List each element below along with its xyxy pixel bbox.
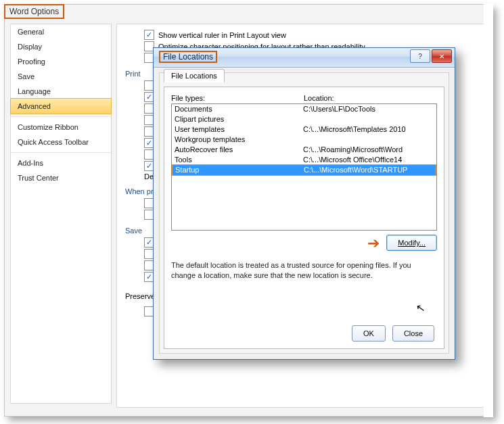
file-locations-list[interactable]: DocumentsC:\Users\LF\DocToolsClipart pic… <box>171 103 437 231</box>
modify-row: ➔ Modify... <box>171 235 437 252</box>
help-button[interactable]: ? <box>410 49 430 63</box>
dialog-titlebar: File Locations ? ✕ <box>154 48 455 68</box>
file-type: Tools <box>175 155 303 165</box>
list-item[interactable]: StartupC:\...\Microsoft\Word\STARTUP <box>172 164 436 176</box>
security-note: The default location is treated as a tru… <box>171 260 437 281</box>
sidebar-item-general[interactable]: General <box>11 24 111 39</box>
file-type: Startup <box>175 165 304 175</box>
file-location <box>303 135 434 145</box>
file-type: AutoRecover files <box>175 145 303 155</box>
sidebar-item-quick-access-toolbar[interactable]: Quick Access Toolbar <box>11 135 111 149</box>
sidebar-item-add-ins[interactable]: Add-Ins <box>11 156 111 170</box>
list-headers: File types: Location: <box>171 94 437 102</box>
file-type: User templates <box>175 124 303 135</box>
arrow-icon: ➔ <box>367 235 380 252</box>
tab-file-locations[interactable]: File Locations <box>164 69 225 83</box>
checkbox[interactable] <box>144 30 154 40</box>
list-item[interactable]: AutoRecover filesC:\...\Roaming\Microsof… <box>172 145 436 155</box>
file-type: Clipart pictures <box>175 114 303 124</box>
sidebar-item-customize-ribbon[interactable]: Customize Ribbon <box>11 120 111 135</box>
sidebar-item-trust-center[interactable]: Trust Center <box>11 170 111 185</box>
option-label: Show vertical ruler in Print Layout view <box>158 31 286 39</box>
tab-pane: File types: Location: DocumentsC:\Users\… <box>164 87 444 349</box>
file-location <box>303 114 434 124</box>
modify-button[interactable]: Modify... <box>386 235 437 251</box>
torn-edge <box>484 3 493 417</box>
file-type: Workgroup templates <box>175 135 303 145</box>
file-location: C:\...\Microsoft\Word\STARTUP <box>304 165 433 175</box>
sidebar-item-display[interactable]: Display <box>11 39 111 54</box>
list-item[interactable]: Clipart pictures <box>172 114 436 124</box>
sidebar-item-language[interactable]: Language <box>11 84 111 99</box>
header-location: Location: <box>304 94 334 102</box>
ok-button[interactable]: OK <box>352 325 386 341</box>
file-locations-dialog: File Locations ? ✕ File Locations File t… <box>153 47 455 360</box>
dialog-title: File Locations <box>159 51 217 63</box>
sidebar-item-proofing[interactable]: Proofing <box>11 54 111 69</box>
list-item[interactable]: User templatesC:\...\Microsoft\Templates… <box>172 124 436 135</box>
sidebar-item-advanced[interactable]: Advanced <box>10 98 112 114</box>
header-file-types: File types: <box>171 94 304 102</box>
file-type: Documents <box>175 104 303 114</box>
close-window-button[interactable]: ✕ <box>432 49 452 63</box>
file-location: C:\Users\LF\DocTools <box>303 104 434 114</box>
file-location: C:\...\Microsoft Office\Office14 <box>303 155 434 165</box>
sidebar-item-save[interactable]: Save <box>11 69 111 84</box>
option-row: Show vertical ruler in Print Layout view <box>144 30 478 40</box>
list-item[interactable]: ToolsC:\...\Microsoft Office\Office14 <box>172 155 436 165</box>
file-location: C:\...\Roaming\Microsoft\Word <box>303 145 434 155</box>
dialog-body: File Locations File types: Location: Doc… <box>159 72 449 354</box>
options-sidebar: GeneralDisplayProofingSaveLanguageAdvanc… <box>10 24 112 404</box>
list-item[interactable]: Workgroup templates <box>172 135 436 145</box>
file-location: C:\...\Microsoft\Templates 2010 <box>303 124 434 135</box>
list-item[interactable]: DocumentsC:\Users\LF\DocTools <box>172 104 436 114</box>
close-button[interactable]: Close <box>392 325 434 341</box>
window-title: Word Options <box>4 4 64 19</box>
